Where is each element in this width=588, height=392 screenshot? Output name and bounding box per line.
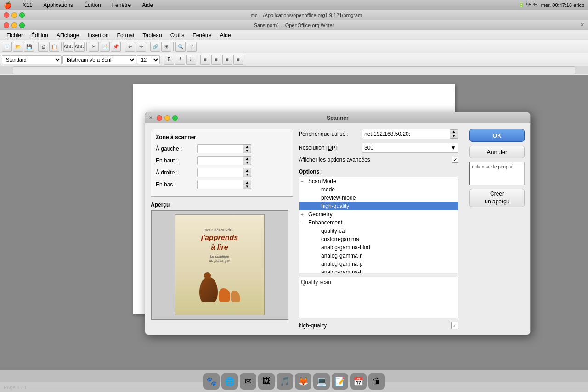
advanced-checkbox[interactable]: ✓	[452, 157, 458, 163]
writer-menu-affichage[interactable]: Affichage	[53, 31, 83, 39]
align-justify-btn[interactable]: ≡	[233, 55, 243, 65]
redo-btn[interactable]: ↪	[136, 42, 146, 52]
apple-icon[interactable]: 🍎	[4, 1, 11, 9]
align-left-btn[interactable]: ≡	[200, 55, 210, 65]
table-btn[interactable]: ⊞	[161, 42, 171, 52]
spell-btn[interactable]: ABC	[63, 42, 74, 52]
bas-down-arrow[interactable]: ▼	[243, 185, 251, 189]
gauche-arrows[interactable]: ▲ ▼	[243, 144, 251, 153]
save-btn[interactable]: 💾	[24, 42, 34, 52]
writer-menu-edition[interactable]: Édition	[28, 31, 52, 39]
system-menu-x11[interactable]: X11	[21, 2, 34, 8]
font-select[interactable]: Bitstream Vera Serif	[62, 55, 136, 64]
droite-down-arrow[interactable]: ▼	[243, 173, 251, 177]
ok-button[interactable]: OK	[469, 129, 525, 142]
dock-icon-openoffice[interactable]: 📝	[332, 373, 348, 390]
creer-apercu-button[interactable]: Créerun aperçu	[469, 189, 525, 207]
system-menu-fenetre[interactable]: Fenêtre	[110, 2, 133, 8]
tree-item-preview-mode[interactable]: preview-mode	[299, 194, 458, 202]
haut-down-arrow[interactable]: ▼	[243, 161, 251, 165]
copy-btn[interactable]: 📑	[100, 42, 110, 52]
tree-item-high-quality[interactable]: high-quality	[299, 202, 458, 210]
device-down-arrow[interactable]: ▼	[450, 134, 458, 139]
link-btn[interactable]: 🔗	[150, 42, 160, 52]
system-menu-edition[interactable]: Édition	[82, 2, 103, 8]
dock-icon-trash[interactable]: 🗑	[368, 373, 385, 390]
haut-arrows[interactable]: ▲ ▼	[243, 156, 251, 165]
new-btn[interactable]: 📄	[2, 42, 12, 52]
tree-item-mode[interactable]: mode	[299, 185, 458, 194]
tree-item-analog-gamma-b[interactable]: analog-gamma-b	[299, 268, 458, 273]
writer-menu-fichier[interactable]: Fichier	[3, 31, 27, 39]
bold-btn[interactable]: B	[164, 55, 174, 65]
resolution-select[interactable]: 300 ▼	[362, 143, 458, 153]
droite-up-arrow[interactable]: ▲	[243, 168, 251, 173]
droite-input[interactable]: 154mm ▲ ▼	[197, 168, 251, 177]
haut-input[interactable]: 0mm ▲ ▼	[197, 156, 251, 165]
haut-field[interactable]: 0mm	[197, 156, 243, 165]
cut-btn[interactable]: ✂	[89, 42, 99, 52]
paste-btn[interactable]: 📌	[111, 42, 121, 52]
tree-item-analog-gamma-bind[interactable]: analog-gamma-bind	[299, 243, 458, 252]
open-btn[interactable]: 📂	[13, 42, 23, 52]
dock-icon-calendar[interactable]: 📅	[350, 373, 367, 390]
tree-item-scan-mode[interactable]: −Scan Mode	[299, 177, 458, 185]
system-menu-aide[interactable]: Aide	[140, 2, 155, 8]
dock-icon-music[interactable]: 🎵	[277, 373, 293, 390]
bas-up-arrow[interactable]: ▲	[243, 180, 251, 185]
options-tree[interactable]: −Scan Modemodepreview-modehigh-quality+G…	[299, 177, 458, 273]
italic-btn[interactable]: I	[175, 55, 185, 65]
terminal-minimize-button[interactable]	[11, 12, 17, 18]
style-select[interactable]: Standard	[2, 55, 62, 64]
dock-icon-safari[interactable]: 🌐	[221, 373, 238, 390]
align-right-btn[interactable]: ≡	[222, 55, 232, 65]
haut-up-arrow[interactable]: ▲	[243, 156, 251, 161]
dialog-minimize-button[interactable]	[164, 115, 170, 121]
underline-btn[interactable]: U	[186, 55, 196, 65]
writer-menu-fenetre[interactable]: Fenêtre	[189, 31, 215, 39]
writer-close-x[interactable]: ✕	[580, 22, 584, 28]
dialog-close-button[interactable]	[157, 115, 162, 121]
gauche-input[interactable]: 0mm ▲ ▼	[197, 144, 251, 153]
dock-icon-terminal[interactable]: 💻	[313, 373, 330, 390]
device-select[interactable]: net:192.168.50.20: ▲ ▼	[362, 129, 458, 139]
writer-menu-tableau[interactable]: Tableau	[139, 31, 166, 39]
bas-input[interactable]: 206mm ▲ ▼	[197, 180, 251, 189]
droite-field[interactable]: 154mm	[197, 168, 243, 177]
dock-icon-finder[interactable]: 🐾	[203, 373, 220, 390]
device-up-arrow[interactable]: ▲	[450, 129, 458, 134]
bas-arrows[interactable]: ▲ ▼	[243, 180, 251, 189]
writer-zoom-button[interactable]	[19, 22, 25, 28]
writer-menu-insertion[interactable]: Insertion	[84, 31, 113, 39]
writer-menu-outils[interactable]: Outils	[167, 31, 188, 39]
writer-menu-format[interactable]: Format	[113, 31, 138, 39]
bottom-checkbox[interactable]: ✓	[451, 322, 458, 329]
pdf-btn[interactable]: 📋	[49, 42, 59, 52]
dialog-zoom-button[interactable]	[172, 115, 178, 121]
align-center-btn[interactable]: ≡	[211, 55, 221, 65]
gauche-down-arrow[interactable]: ▼	[243, 149, 251, 153]
droite-arrows[interactable]: ▲ ▼	[243, 168, 251, 177]
tree-item-quality-cal[interactable]: quality-cal	[299, 227, 458, 235]
annuler-button[interactable]: Annuler	[469, 146, 525, 158]
writer-minimize-button[interactable]	[11, 22, 17, 28]
writer-menu-aide[interactable]: Aide	[216, 31, 235, 39]
dock-icon-mail[interactable]: ✉	[240, 373, 256, 390]
gauche-up-arrow[interactable]: ▲	[243, 144, 251, 149]
print-btn[interactable]: 🖨	[38, 42, 48, 52]
spell2-btn[interactable]: ABC	[74, 42, 85, 52]
tree-item-enhancement[interactable]: −Enhancement	[299, 218, 458, 227]
gauche-field[interactable]: 0mm	[197, 144, 243, 153]
tree-item-geometry[interactable]: +Geometry	[299, 210, 458, 218]
dock-icon-firefox[interactable]: 🦊	[295, 373, 311, 390]
terminal-close-button[interactable]	[4, 12, 9, 18]
find-btn[interactable]: 🔍	[175, 42, 186, 52]
device-spin-arrows[interactable]: ▲ ▼	[450, 129, 458, 139]
size-select[interactable]: 12	[137, 55, 160, 64]
help-btn[interactable]: ?	[187, 42, 197, 52]
tree-item-custom-gamma[interactable]: custom-gamma	[299, 235, 458, 243]
tree-item-analog-gamma-g[interactable]: analog-gamma-g	[299, 260, 458, 268]
dock-icon-photos[interactable]: 🖼	[258, 373, 275, 390]
system-menu-applications[interactable]: Applications	[41, 2, 75, 8]
undo-btn[interactable]: ↩	[125, 42, 135, 52]
